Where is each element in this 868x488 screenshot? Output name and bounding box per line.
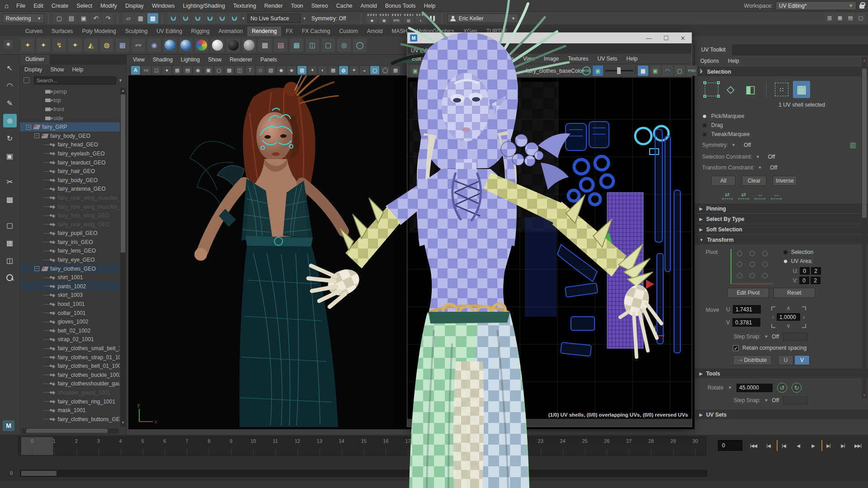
- panel-toggle-icon-1[interactable]: ▦: [835, 13, 844, 22]
- move-u-field[interactable]: 1.7431: [733, 305, 761, 314]
- pivot-pos-4[interactable]: [750, 262, 755, 267]
- distribute-u-toggle[interactable]: U: [778, 355, 793, 365]
- viewport-menu-shading[interactable]: Shading: [153, 56, 173, 63]
- material-black-icon[interactable]: [226, 38, 240, 52]
- move-tool-icon[interactable]: ⊕: [3, 114, 17, 127]
- viewport-menu-panels[interactable]: Panels: [260, 56, 277, 63]
- zoom-tool-icon[interactable]: [3, 271, 17, 285]
- shrink-selection-icon[interactable]: ⇄: [722, 190, 733, 199]
- shelf-tab-surfaces[interactable]: Surfaces: [47, 27, 77, 36]
- section-tools[interactable]: ▶Tools: [695, 369, 868, 378]
- outliner-item-pants_1002[interactable]: ◈pants_1002: [20, 282, 120, 291]
- render-view-icon[interactable]: ▦: [116, 38, 129, 52]
- uv-area-u-max[interactable]: 2: [811, 267, 821, 275]
- go-to-end-button[interactable]: ▶▶|: [851, 440, 864, 451]
- uv-area-v-min[interactable]: 0: [799, 277, 809, 284]
- live-surface-field[interactable]: No Live Surface: [247, 14, 301, 23]
- scale-tool-icon[interactable]: ▣: [3, 149, 17, 163]
- outliner-item-fairy_clothes_ring_1001[interactable]: ◈fairy_clothes_ring_1001: [20, 397, 120, 406]
- pivot-pos-6[interactable]: [737, 273, 742, 278]
- outliner-item-mask_1001[interactable]: ◈mask_1001: [20, 406, 120, 415]
- menubar-item-file[interactable]: File: [12, 3, 29, 9]
- material-grey-icon[interactable]: [242, 38, 256, 52]
- range-handle[interactable]: [21, 471, 57, 476]
- move-nudge-pad[interactable]: ∧ ‹1.0000› ∨: [767, 305, 810, 329]
- shelf-tab-animation[interactable]: Animation: [214, 27, 247, 36]
- pivot-grid[interactable]: [731, 249, 773, 284]
- outliner-item-fairy_clothes_buttons_GEO[interactable]: ◈fairy_clothes_buttons_GEO: [20, 415, 120, 424]
- render-region-icon[interactable]: ▦: [379, 13, 390, 23]
- viewport-menu-lighting[interactable]: Lighting: [181, 56, 200, 63]
- outliner-item-side[interactable]: side: [20, 114, 120, 123]
- outliner-item-fairy_fore_wing_muscles_GEO[interactable]: ◈fairy_fore_wing_muscles_GEO: [20, 202, 120, 211]
- menubar-item-arnold[interactable]: Arnold: [357, 3, 381, 9]
- shelf-tab-rigging[interactable]: Rigging: [187, 27, 214, 36]
- chevron-down-icon[interactable]: ▼: [302, 16, 307, 21]
- ramp-texture-icon[interactable]: ▤: [274, 38, 288, 52]
- outliner-item-fairy_eye_GEO[interactable]: ◈fairy_eye_GEO: [20, 255, 120, 264]
- outliner-item-hood_1001[interactable]: ◈hood_1001: [20, 300, 120, 309]
- viewport-icon-7[interactable]: ▣: [204, 66, 213, 75]
- redo-icon[interactable]: ↷: [103, 13, 113, 23]
- outliner-item-shirt_1001[interactable]: ◈shirt_1001: [20, 273, 120, 282]
- rotate-step-snap-row[interactable]: Step Snap:▼ Off: [695, 394, 868, 405]
- uv-editor-menu-view[interactable]: View: [519, 56, 538, 62]
- shelf-tab-uv-editing[interactable]: UV Editing: [152, 27, 187, 36]
- outliner-item-fairy_body_GEO[interactable]: ◈fairy_body_GEO: [20, 176, 120, 185]
- uv-editor-menu-help[interactable]: Help: [623, 56, 642, 62]
- new-scene-icon[interactable]: ▢: [54, 13, 65, 23]
- layout-four-icon[interactable]: ▦: [3, 236, 17, 249]
- uv-image-icon[interactable]: ▣: [650, 66, 660, 76]
- filter-icon[interactable]: [24, 77, 29, 83]
- viewport-icon-22[interactable]: ◒: [360, 66, 369, 75]
- render-settings-display-icon[interactable]: ◐: [415, 13, 426, 23]
- retain-spacing-row[interactable]: ✓ Retain component spacing: [695, 342, 868, 352]
- viewport-icon-14[interactable]: ◆: [277, 66, 286, 75]
- outliner-item-top[interactable]: top: [20, 96, 120, 105]
- pause-viewport-icon[interactable]: [428, 13, 438, 23]
- outliner-item-fairy_rear_wing_GEO[interactable]: ◈fairy_rear_wing_GEO: [20, 220, 120, 229]
- menubar-item-create[interactable]: Create: [47, 3, 73, 9]
- time-slider[interactable]: 0123456789101112131415161718192021222324…: [18, 436, 706, 455]
- outliner-item-shoulder_gaurd_1001[interactable]: ◈shoulder_gaurd_1001: [20, 388, 120, 397]
- workspace-selector[interactable]: UV Editing* ▼: [776, 1, 856, 10]
- uv-grid-icon[interactable]: ▦: [290, 38, 303, 52]
- symmetry-row[interactable]: Symmetry:▼ Off ▥: [695, 139, 868, 151]
- viewport-icon-20[interactable]: ◍: [339, 66, 348, 75]
- viewport-icon-23[interactable]: ▢: [370, 66, 379, 75]
- menubar-item-bonus-tools[interactable]: Bonus Tools: [381, 3, 420, 9]
- menubar-item-texturing[interactable]: Texturing: [229, 3, 260, 9]
- area-light-icon[interactable]: ✦: [21, 38, 34, 52]
- directional-light-icon[interactable]: ↯: [52, 38, 66, 52]
- minimize-button[interactable]: —: [646, 35, 651, 42]
- material-blue-icon[interactable]: [179, 38, 193, 52]
- pivot-pos-0[interactable]: [737, 251, 742, 256]
- rotate-tool-icon[interactable]: ↻: [3, 131, 17, 145]
- outliner-tab[interactable]: Outliner: [20, 55, 50, 65]
- viewport-icon-5[interactable]: ▤: [183, 66, 192, 75]
- uv-editor-menu-uv-sets[interactable]: UV Sets: [594, 56, 621, 62]
- outliner-item-fairy_clothes_GEO[interactable]: −fairy_clothes_GEO: [20, 264, 120, 273]
- section-selection[interactable]: ▼Selection: [695, 67, 868, 76]
- volume-light-icon[interactable]: ◍: [100, 38, 113, 52]
- gear-icon[interactable]: ✱: [4, 40, 13, 49]
- outliner-item-fairy_eyelash_GEO[interactable]: ◈fairy_eyelash_GEO: [20, 149, 120, 158]
- section-soft-selection[interactable]: ▶Soft Selection: [695, 225, 868, 234]
- viewport-icon-2[interactable]: ◻: [152, 66, 161, 75]
- spherical-uv-icon[interactable]: ◯: [353, 38, 367, 52]
- menubar-item-display[interactable]: Display: [121, 3, 148, 9]
- viewport-icon-9[interactable]: ▩: [225, 66, 234, 75]
- step-forward-frame-button[interactable]: ▶|: [836, 440, 849, 451]
- menu-set-selector[interactable]: Rendering ▼: [3, 14, 44, 23]
- section-select-by-type[interactable]: ▶Select By Type: [695, 214, 868, 224]
- step-forward-key-button[interactable]: ▶|: [821, 440, 835, 451]
- vertex-select-icon[interactable]: ◇: [723, 82, 738, 97]
- playhead[interactable]: [21, 437, 54, 455]
- shelf-tab-curves[interactable]: Curves: [21, 27, 47, 36]
- layout-split-icon[interactable]: ◫: [3, 253, 17, 267]
- chevron-down-icon[interactable]: ▼: [434, 69, 439, 73]
- toolkit-menu-options[interactable]: Options: [700, 58, 719, 64]
- magnet-icon[interactable]: ◠: [662, 66, 673, 76]
- shelf-tab-sculpting[interactable]: Sculpting: [121, 27, 152, 36]
- uv-area-v-max[interactable]: 2: [811, 277, 821, 284]
